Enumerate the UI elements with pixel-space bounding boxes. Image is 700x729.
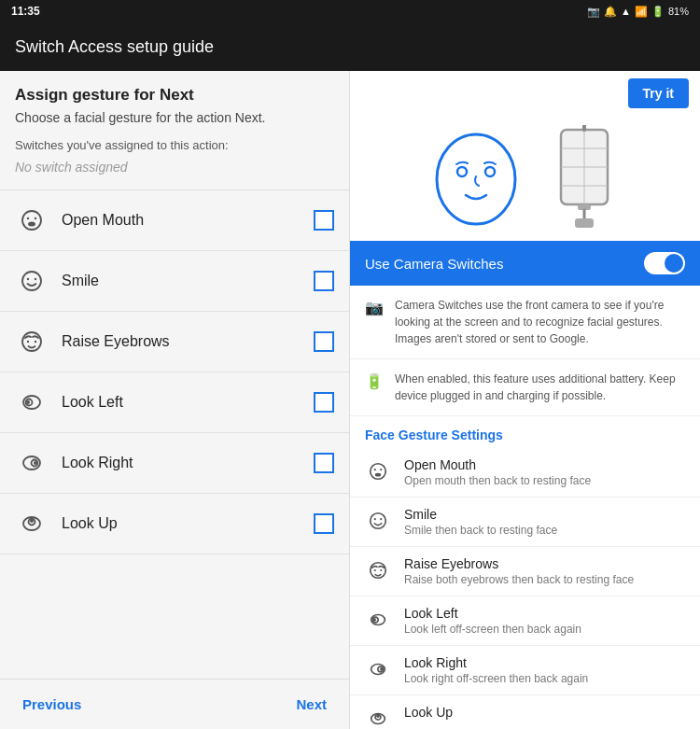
svg-point-8 — [27, 341, 29, 343]
svg-point-46 — [380, 667, 383, 670]
battery-level: 81% — [668, 6, 689, 17]
svg-point-37 — [380, 518, 382, 520]
next-button[interactable]: Next — [288, 691, 334, 718]
svg-point-3 — [28, 222, 35, 227]
right-gesture-text-look-up: Look Up — [404, 705, 453, 722]
svg-point-34 — [375, 473, 381, 477]
right-smile-icon — [365, 511, 391, 536]
status-time: 11:35 — [11, 5, 40, 18]
gesture-item-smile[interactable]: Smile — [0, 251, 349, 312]
right-gesture-smile[interactable]: Smile Smile then back to resting face — [350, 498, 700, 547]
gesture-label-open-mouth: Open Mouth — [62, 212, 314, 229]
svg-point-49 — [376, 715, 379, 718]
checkbox-look-left[interactable] — [314, 392, 334, 413]
raise-eyebrows-icon — [15, 325, 49, 358]
svg-point-32 — [374, 469, 376, 470]
svg-rect-30 — [575, 218, 594, 228]
right-gesture-text-smile: Smile Smile then back to resting face — [404, 507, 557, 537]
no-switch-label: No switch assigned — [0, 156, 349, 189]
right-gesture-text-open-mouth: Open Mouth Open mouth then back to resti… — [404, 457, 591, 487]
svg-point-33 — [380, 469, 382, 470]
svg-point-21 — [485, 167, 495, 176]
info-row-camera: 📷 Camera Switches use the front camera t… — [350, 286, 700, 359]
face-gesture-settings-label: Face Gesture Settings — [350, 416, 700, 448]
right-look-left-icon — [365, 610, 391, 635]
camera-switch-label: Use Camera Switches — [365, 256, 503, 272]
right-raise-eyebrows-icon — [365, 560, 391, 585]
gesture-label-look-right: Look Right — [62, 455, 314, 471]
left-panel: Assign gesture for Next Choose a facial … — [0, 71, 350, 729]
gesture-item-look-up[interactable]: Look Up — [0, 494, 349, 554]
svg-point-4 — [22, 272, 41, 290]
camera-switch-bar[interactable]: Use Camera Switches — [350, 241, 700, 286]
gesture-label-raise-eyebrows: Raise Eyebrows — [62, 333, 314, 350]
illustration — [350, 116, 700, 241]
gesture-item-raise-eyebrows[interactable]: Raise Eyebrows — [0, 312, 349, 372]
try-it-bar: Try it — [350, 71, 700, 116]
svg-point-18 — [30, 519, 34, 523]
smile-icon — [15, 264, 49, 298]
svg-point-31 — [371, 464, 386, 480]
right-gesture-raise-eyebrows[interactable]: Raise Eyebrows Raise both eyebrows then … — [350, 547, 700, 596]
app-title: Switch Access setup guide — [15, 37, 214, 57]
right-gesture-text-look-right: Look Right Look right off-screen then ba… — [404, 655, 588, 685]
gesture-item-look-left[interactable]: Look Left — [0, 372, 349, 433]
right-gesture-look-up[interactable]: Look Up — [350, 695, 700, 729]
right-gesture-text-raise-eyebrows: Raise Eyebrows Raise both eyebrows then … — [404, 556, 634, 586]
face-illustration — [425, 125, 527, 228]
checkbox-look-right[interactable] — [314, 453, 334, 473]
assign-subtitle: Choose a facial gesture for the action N… — [0, 110, 349, 138]
look-right-icon — [15, 446, 49, 480]
right-look-up-icon — [365, 708, 391, 729]
previous-button[interactable]: Previous — [15, 691, 89, 718]
left-body: Assign gesture for Next Choose a facial … — [0, 71, 349, 679]
right-gesture-look-right[interactable]: Look Right Look right off-screen then ba… — [350, 646, 700, 695]
gesture-item-look-right[interactable]: Look Right — [0, 433, 349, 494]
svg-point-36 — [374, 518, 376, 520]
gesture-label-look-up: Look Up — [62, 515, 314, 532]
right-gesture-open-mouth[interactable]: Open Mouth Open mouth then back to resti… — [350, 448, 700, 498]
camera-switch-toggle[interactable] — [644, 252, 685, 274]
svg-point-1 — [27, 217, 29, 219]
svg-point-43 — [373, 618, 376, 621]
checkbox-open-mouth[interactable] — [314, 210, 334, 231]
checkbox-raise-eyebrows[interactable] — [314, 331, 334, 352]
gesture-label-smile: Smile — [62, 273, 314, 289]
toggle-knob — [665, 254, 683, 273]
svg-point-40 — [380, 569, 382, 571]
checkbox-smile[interactable] — [314, 271, 334, 291]
assigned-label: Switches you've assigned to this action: — [0, 138, 349, 156]
svg-point-12 — [26, 400, 30, 404]
right-gesture-look-left[interactable]: Look Left Look left off-screen then back… — [350, 596, 700, 646]
status-icons: 📷 🔔 ▲ 📶 🔋 81% — [587, 6, 689, 18]
right-open-mouth-icon — [365, 461, 391, 486]
right-gesture-text-look-left: Look Left Look left off-screen then back… — [404, 606, 581, 636]
checkbox-look-up[interactable] — [314, 513, 334, 534]
svg-point-5 — [27, 278, 29, 280]
camera-info-text: Camera Switches use the front camera to … — [395, 297, 685, 347]
battery-info-icon: 🔋 — [365, 372, 384, 390]
right-panel: Try it — [350, 71, 700, 729]
svg-point-35 — [371, 513, 386, 529]
svg-point-15 — [34, 461, 37, 465]
svg-point-9 — [35, 341, 36, 343]
svg-point-6 — [35, 278, 36, 280]
svg-point-39 — [374, 569, 376, 571]
status-bar: 11:35 📷 🔔 ▲ 📶 🔋 81% — [0, 0, 700, 22]
look-left-icon — [15, 386, 49, 419]
gesture-label-look-left: Look Left — [62, 394, 314, 411]
assign-title: Assign gesture for Next — [0, 86, 349, 110]
camera-info-icon: 📷 — [365, 299, 384, 316]
battery-info-text: When enabled, this feature uses addition… — [395, 371, 685, 404]
main-content: Assign gesture for Next Choose a facial … — [0, 71, 700, 729]
info-row-battery: 🔋 When enabled, this feature uses additi… — [350, 359, 700, 416]
svg-point-0 — [22, 211, 41, 230]
left-footer: Previous Next — [0, 679, 349, 729]
svg-point-2 — [35, 217, 36, 219]
open-mouth-icon — [15, 203, 49, 237]
right-look-right-icon — [365, 659, 391, 684]
svg-point-20 — [457, 167, 467, 176]
title-bar: Switch Access setup guide — [0, 22, 700, 71]
try-it-button[interactable]: Try it — [628, 78, 689, 108]
gesture-item-open-mouth[interactable]: Open Mouth — [0, 190, 349, 251]
